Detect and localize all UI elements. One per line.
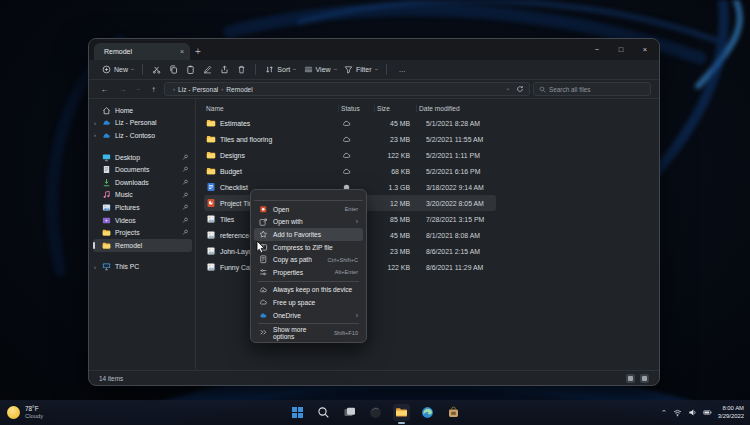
breadcrumb-item[interactable]: Remodel [226, 86, 252, 93]
sidebar-item[interactable]: › Music [93, 189, 192, 202]
context-menu-item-label: Free up space [273, 299, 315, 306]
expand-chevron-icon[interactable]: › [94, 261, 96, 274]
toolbar-button[interactable]: View › [300, 63, 340, 76]
sidebar-item[interactable]: › Liz - Contoso [93, 129, 192, 142]
toolbar-button[interactable]: › [148, 63, 165, 76]
up-button[interactable]: ↑ [146, 85, 161, 94]
context-menu-item[interactable]: Compress to ZIP file › [254, 241, 363, 254]
file-date-modified: 5/2/2021 11:55 AM [416, 136, 496, 143]
tab-close-icon[interactable]: × [180, 48, 184, 55]
docblue-icon [206, 182, 216, 192]
column-header-size[interactable]: Size [374, 105, 416, 112]
thumbnails-view-toggle[interactable] [640, 374, 649, 383]
toolbar-button[interactable]: › [165, 63, 182, 76]
taskbar-app-button[interactable] [315, 404, 332, 421]
refresh-icon[interactable] [516, 85, 524, 93]
context-menu-item[interactable]: Copy as path Ctrl+Shift+C › [254, 253, 363, 266]
toolbar-button[interactable]: Filter › [340, 63, 381, 76]
toolbar-button[interactable]: › [233, 63, 250, 76]
maximize-button[interactable]: □ [609, 39, 633, 59]
file-size: 45 MB [374, 120, 416, 127]
sidebar-item[interactable]: › Remodel [93, 239, 192, 252]
context-menu-item[interactable]: Free up space › [254, 296, 363, 309]
sidebar-item[interactable]: › Downloads [93, 176, 192, 189]
forward-button[interactable]: → [115, 85, 130, 94]
battery-icon[interactable] [703, 408, 712, 417]
toolbar-button[interactable]: Sort › [261, 63, 299, 76]
sidebar-item-label: Liz - Contoso [115, 132, 155, 139]
chevron-down-icon: › [291, 69, 298, 71]
sidebar-item[interactable]: › Liz - Personal [93, 117, 192, 130]
file-row[interactable]: Estimates 45 MB 5/1/2021 8:28 AM [204, 115, 496, 131]
breadcrumb-separator: › [221, 86, 223, 92]
volume-icon[interactable] [688, 408, 697, 417]
sidebar-item[interactable]: › This PC [93, 261, 192, 274]
search-input[interactable] [549, 86, 645, 93]
address-dropdown-icon[interactable]: › [506, 88, 512, 90]
context-menu-item[interactable]: OneDrive › [254, 309, 363, 322]
context-menu-item[interactable]: Always keep on this device › [254, 284, 363, 297]
shortcut-hint: Alt+Enter [335, 269, 358, 275]
expand-chevron-icon[interactable]: › [94, 117, 96, 130]
context-menu-item-label: OneDrive [273, 312, 301, 319]
close-button[interactable]: × [633, 39, 657, 59]
sidebar-item[interactable]: › Documents [93, 163, 192, 176]
expand-chevron-icon[interactable]: › [94, 129, 96, 142]
weather-sun-icon [7, 406, 20, 419]
context-menu-item[interactable]: Add to Favorites › [254, 228, 363, 241]
folder-icon [102, 241, 111, 250]
details-view-toggle[interactable] [626, 374, 635, 383]
weather-widget[interactable]: 78°F Cloudy [7, 405, 43, 419]
context-menu-item[interactable]: Show more options Shift+F10 › [254, 326, 363, 339]
column-header-name[interactable]: Name [204, 105, 338, 112]
breadcrumb-separator: › [173, 86, 175, 92]
context-menu-item[interactable]: Open with › [254, 216, 363, 229]
toolbar-button[interactable]: … › [392, 64, 410, 75]
taskbar-app-button[interactable] [289, 404, 306, 421]
toolbar-button[interactable]: New › [98, 63, 137, 76]
recent-locations-icon[interactable]: › [135, 85, 142, 93]
toolbar-button[interactable]: › [182, 63, 199, 76]
file-name: Tiles [220, 216, 234, 223]
hidden-icons-chevron[interactable]: ⌃ [661, 409, 667, 417]
toolbar-button[interactable]: › [216, 63, 233, 76]
search-box[interactable] [533, 82, 651, 96]
taskbar-app-button[interactable] [445, 404, 462, 421]
taskbar-app-button[interactable] [341, 404, 358, 421]
shortcut-hint: Ctrl+Shift+C [328, 257, 358, 263]
new-tab-button[interactable]: + [190, 43, 206, 60]
sidebar-item[interactable]: › Projects [93, 226, 192, 239]
file-row[interactable]: Tiles and flooring 23 MB 5/2/2021 11:55 … [204, 131, 496, 147]
context-menu-item[interactable]: Open Enter › [254, 203, 363, 216]
shortcut-hint: Enter [345, 206, 358, 212]
file-row[interactable]: Budget 68 KB 5/2/2021 6:16 PM [204, 163, 496, 179]
taskbar-clock[interactable]: 8:00 AM 3/29/2022 [718, 405, 744, 419]
file-row[interactable]: Designs 122 KB 5/2/2021 1:11 PM [204, 147, 496, 163]
context-menu-item-label: Properties [273, 269, 303, 276]
wifi-icon[interactable] [673, 408, 682, 417]
minimize-button[interactable]: − [585, 39, 609, 59]
onedrive-icon [259, 311, 268, 320]
breadcrumb-item[interactable]: Liz - Personal [178, 86, 218, 93]
folder-icon [206, 150, 216, 160]
address-bar: ← → › ↑ › Liz - Personal › Remodel › [89, 80, 659, 99]
breadcrumb[interactable]: › Liz - Personal › Remodel › [164, 82, 530, 96]
file-size: 12 MB [374, 200, 416, 207]
tab-remodel[interactable]: Remodel × [94, 43, 190, 60]
taskbar-app-button[interactable] [419, 404, 436, 421]
back-button[interactable]: ← [97, 85, 112, 94]
divider [142, 64, 143, 75]
taskbar-app-button[interactable] [393, 404, 410, 421]
column-header-status[interactable]: Status [338, 105, 374, 112]
sidebar-item[interactable]: › Home [93, 104, 192, 117]
sidebar-item[interactable]: › Videos [93, 214, 192, 227]
sidebar-item[interactable]: › Desktop [93, 151, 192, 164]
column-header-modified[interactable]: Date modified [416, 105, 496, 112]
sidebar-item[interactable]: › Pictures [93, 201, 192, 214]
file-date-modified: 5/2/2021 1:11 PM [416, 152, 496, 159]
sidebar-item-label: Liz - Personal [115, 119, 157, 126]
music-icon [102, 190, 111, 199]
toolbar-button[interactable]: › [199, 63, 216, 76]
context-menu-item[interactable]: Properties Alt+Enter › [254, 266, 363, 279]
taskbar-app-button[interactable] [367, 404, 384, 421]
